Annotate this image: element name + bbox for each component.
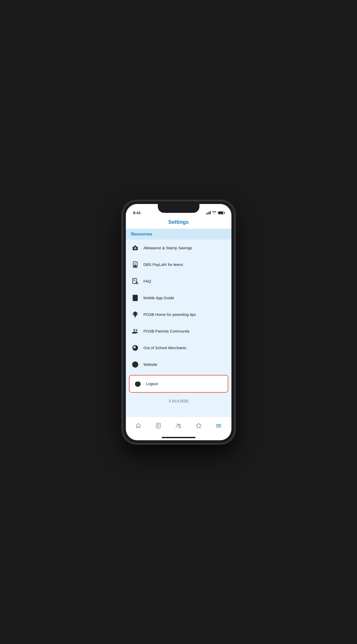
svg-line-5: [137, 283, 138, 284]
globe-icon: [131, 360, 139, 369]
signal-icon: [206, 211, 211, 214]
home-bar: [162, 437, 196, 438]
menu-list: Allowance & Stamp Savings DBS PayLah! fo…: [126, 240, 231, 373]
battery-icon: [218, 211, 224, 214]
nav-item-menu[interactable]: [209, 423, 229, 429]
money-bag-icon: [131, 244, 139, 252]
menu-label-faq: FAQ: [144, 279, 151, 283]
menu-label-website: Website: [144, 362, 158, 367]
home-icon: [135, 423, 141, 429]
menu-label-paylah: DBS PayLah! for teens: [144, 262, 183, 267]
nav-item-favourites[interactable]: [189, 423, 209, 429]
menu-item-faq[interactable]: FAQ: [126, 273, 231, 290]
status-icons: [206, 211, 224, 215]
menu-item-paylah[interactable]: DBS PayLah! for teens: [126, 256, 231, 273]
page-title: Settings: [168, 219, 189, 225]
logout-button[interactable]: Logout: [129, 375, 228, 393]
wifi-icon: [212, 211, 216, 215]
chat-icon: [176, 423, 182, 429]
star-icon: [196, 423, 202, 429]
nav-item-home[interactable]: [128, 423, 148, 429]
svg-point-20: [136, 329, 137, 330]
nav-item-community[interactable]: [168, 423, 189, 429]
phone-frame: 9:41 Settings: [123, 201, 235, 443]
menu-item-website[interactable]: Website: [126, 356, 231, 373]
menu-item-mobile-guide[interactable]: Mobile App Guide: [126, 290, 231, 306]
menu-label-allowance: Allowance & Stamp Savings: [144, 246, 192, 250]
menu-icon: [216, 423, 222, 429]
notch: [158, 204, 199, 213]
phone-card-icon: [131, 260, 139, 269]
svg-line-15: [133, 312, 133, 313]
status-time: 9:41: [133, 211, 141, 215]
svg-point-23: [135, 347, 135, 348]
page-header: Settings: [126, 217, 231, 229]
resources-section-header: Resources: [126, 229, 231, 240]
lightbulb-icon: [131, 310, 139, 319]
svg-point-2: [134, 263, 135, 264]
contactless-icon: [131, 344, 139, 352]
screen: 9:41 Settings: [126, 204, 231, 440]
menu-item-allowance[interactable]: Allowance & Stamp Savings: [126, 240, 231, 256]
power-icon: [134, 380, 142, 388]
document-icon: [131, 294, 139, 302]
list-icon: [155, 423, 161, 429]
content-area: Resources Allowance & Stamp Savings: [126, 229, 231, 417]
menu-label-mobile-guide: Mobile App Guide: [144, 296, 174, 300]
magnify-doc-icon: [131, 277, 139, 285]
logout-label: Logout: [146, 381, 158, 386]
menu-label-parents-community: POSB Parents Community: [144, 329, 190, 333]
nav-item-transactions[interactable]: [148, 423, 168, 429]
bottom-nav: [126, 417, 231, 435]
svg-point-33: [177, 424, 179, 425]
svg-line-17: [137, 312, 137, 313]
menu-label-posb-home: POSB Home for parenting tips: [144, 312, 196, 317]
svg-rect-1: [134, 265, 137, 267]
menu-item-merchants[interactable]: Out of School Merchants: [126, 340, 231, 356]
svg-marker-35: [196, 423, 201, 428]
menu-item-posb-home[interactable]: POSB Home for parenting tips: [126, 306, 231, 323]
version-text: 3.15.0 (315): [126, 395, 231, 407]
menu-label-merchants: Out of School Merchants: [144, 346, 186, 350]
menu-item-parents-community[interactable]: POSB Parents Community: [126, 323, 231, 340]
community-icon: [131, 327, 139, 335]
svg-point-34: [179, 424, 180, 426]
home-indicator: [126, 435, 231, 440]
